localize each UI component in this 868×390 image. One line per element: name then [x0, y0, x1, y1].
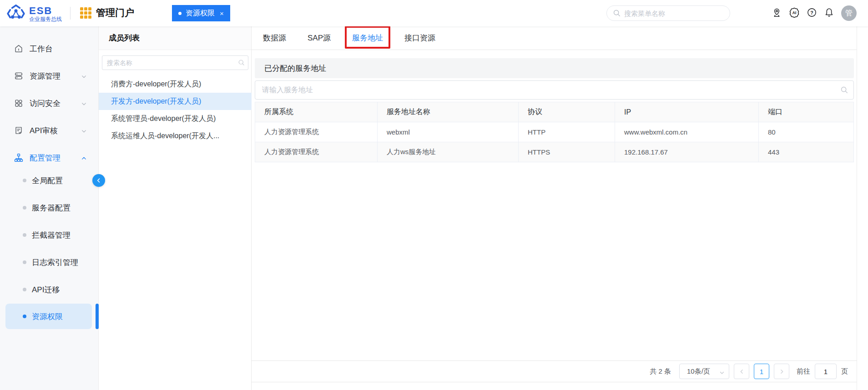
bullet-icon	[23, 260, 26, 264]
section-header: 已分配的服务地址	[255, 58, 854, 78]
page-number-button[interactable]: 1	[754, 364, 769, 379]
sidebar-item-resource-mgmt[interactable]: 资源管理	[0, 62, 99, 90]
tab-service-address-label: 服务地址	[352, 34, 383, 42]
sidebar-subitem-label: 全局配置	[32, 175, 63, 186]
sidebar-subitem-label: 拦截器管理	[32, 230, 71, 240]
sidebar-item-label: 访问安全	[30, 98, 61, 109]
member-list-item[interactable]: 消费方-developer(开发人员)	[99, 75, 252, 93]
search-icon	[613, 9, 621, 19]
cell-address-name: 人力ws服务地址	[378, 142, 519, 162]
col-header-address-name: 服务地址名称	[378, 102, 519, 122]
svg-text:AI: AI	[792, 10, 797, 15]
tab-datasource[interactable]: 数据源	[263, 33, 286, 43]
logo-title: ESB	[29, 6, 62, 16]
col-header-protocol: 协议	[519, 102, 615, 122]
page-size-select[interactable]: 10条/页	[679, 364, 729, 379]
grid-icon	[14, 98, 24, 108]
doc-check-icon	[14, 125, 24, 135]
table-row[interactable]: 人力资源管理系统 人力ws服务地址 HTTPS 192.168.17.67 44…	[255, 142, 854, 162]
goto-label: 前往	[797, 367, 810, 376]
esb-logo: ESB 企业服务总线	[6, 4, 62, 25]
next-page-button[interactable]	[774, 364, 789, 379]
menu-search-input[interactable]	[606, 5, 730, 21]
sitemap-icon	[14, 153, 24, 163]
sidebar-item-config-mgmt[interactable]: 配置管理	[0, 144, 99, 171]
service-address-search-input[interactable]	[255, 80, 854, 100]
table-row[interactable]: 人力资源管理系统 webxml HTTP www.webxml.com.cn 8…	[255, 122, 854, 142]
goto-page-input[interactable]	[815, 364, 837, 379]
bullet-icon	[23, 179, 26, 182]
cell-ip: www.webxml.com.cn	[615, 122, 759, 142]
sidebar-item-workbench[interactable]: 工作台	[0, 35, 99, 62]
location-icon[interactable]	[772, 7, 782, 20]
search-icon	[840, 86, 848, 95]
sidebar-subitem-log-index-mgmt[interactable]: 日志索引管理	[5, 250, 92, 275]
member-list-item-selected[interactable]: 开发方-developer(开发人员)	[99, 93, 252, 110]
col-header-system: 所属系统	[255, 102, 378, 122]
sidebar-collapse-button[interactable]	[92, 174, 105, 187]
bullet-icon	[23, 233, 26, 237]
member-list-item[interactable]: 系统运维人员-developer(开发人...	[99, 127, 252, 145]
main-content: 数据源 SAP源 服务地址 接口资源 已分配的服务地址 所属系统 服务地址名称 …	[252, 26, 857, 390]
tab-label: 资源权限	[186, 9, 215, 18]
tab-interface-resource[interactable]: 接口资源	[404, 33, 435, 43]
member-search	[102, 55, 248, 70]
member-list-item[interactable]: 系统管理员-developer(开发人员)	[99, 110, 252, 127]
pagination-total: 共 2 条	[650, 367, 671, 376]
open-page-tab[interactable]: 资源权限 ×	[172, 5, 230, 21]
sidebar-item-label: API审核	[30, 125, 57, 136]
portal-title: 管理门户	[96, 6, 134, 19]
cell-port: 443	[759, 142, 854, 162]
cell-system: 人力资源管理系统	[255, 122, 378, 142]
sidebar-item-label: 工作台	[30, 44, 53, 54]
menu-search	[606, 5, 730, 21]
resource-icon	[14, 71, 24, 81]
tab-service-address[interactable]: 服务地址	[352, 33, 383, 43]
bullet-icon	[23, 206, 26, 210]
sidebar-subitem-server-config[interactable]: 服务器配置	[5, 195, 92, 220]
chevron-down-icon	[81, 100, 87, 109]
apps-grid-icon	[80, 7, 91, 19]
help-icon[interactable]: ?	[807, 7, 817, 20]
bullet-icon	[23, 315, 26, 318]
esb-logo-icon	[6, 4, 25, 25]
sidebar-subitem-label: 服务器配置	[32, 203, 71, 213]
service-address-table: 所属系统 服务地址名称 协议 IP 端口 人力资源管理系统 webxml HTT…	[255, 102, 854, 162]
chevron-down-icon	[719, 369, 725, 377]
page-unit-label: 页	[841, 367, 848, 376]
table-header-row: 所属系统 服务地址名称 协议 IP 端口	[255, 102, 854, 122]
chevron-down-icon	[81, 73, 87, 81]
col-header-port: 端口	[759, 102, 854, 122]
sidebar-subitem-resource-permission[interactable]: 资源权限	[5, 304, 92, 329]
pagination-bar: 共 2 条 10条/页 1 前往 页	[252, 360, 857, 382]
tab-active-dot	[178, 12, 182, 15]
sidebar-item-access-security[interactable]: 访问安全	[0, 90, 99, 117]
member-panel: 成员列表 消费方-developer(开发人员) 开发方-developer(开…	[99, 26, 252, 390]
member-list: 消费方-developer(开发人员) 开发方-developer(开发人员) …	[99, 75, 252, 145]
member-search-input[interactable]	[102, 55, 248, 70]
portal-switcher[interactable]: 管理门户	[80, 6, 134, 19]
avatar[interactable]: 管	[841, 5, 857, 21]
ai-icon[interactable]: AI	[789, 7, 800, 20]
sidebar-item-label: 配置管理	[30, 153, 61, 163]
member-panel-header: 成员列表	[99, 26, 251, 50]
bell-icon[interactable]	[824, 7, 834, 20]
chevron-up-icon	[81, 155, 87, 163]
header-icon-group: AI ? 管	[772, 5, 857, 21]
sidebar-item-api-review[interactable]: API审核	[0, 117, 99, 144]
tab-close-icon[interactable]: ×	[220, 10, 224, 17]
cell-protocol: HTTPS	[519, 142, 615, 162]
cell-system: 人力资源管理系统	[255, 142, 378, 162]
tab-sap-source[interactable]: SAP源	[308, 33, 331, 43]
prev-page-button[interactable]	[734, 364, 749, 379]
home-icon	[14, 44, 24, 54]
sidebar-subitem-api-migration[interactable]: API迁移	[5, 277, 92, 302]
sidebar-subitem-interceptor-mgmt[interactable]: 拦截器管理	[5, 222, 92, 248]
active-item-indicator-bar	[96, 304, 99, 329]
sidebar-nav: 工作台 资源管理	[0, 26, 99, 390]
sidebar-subitem-global-config[interactable]: 全局配置	[5, 168, 92, 193]
top-bar: ESB 企业服务总线 管理门户 资源权限 ×	[0, 0, 868, 26]
member-panel-title: 成员列表	[109, 33, 140, 43]
page-size-value: 10条/页	[687, 367, 710, 376]
search-icon	[238, 59, 245, 68]
